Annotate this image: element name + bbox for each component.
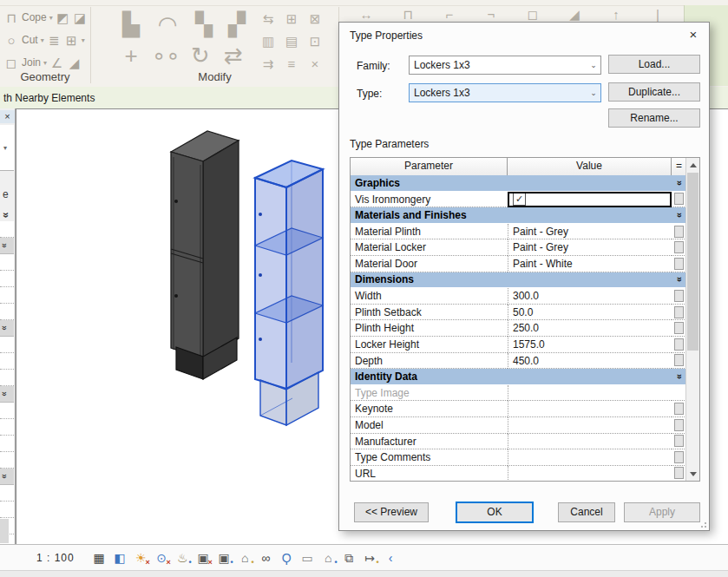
value-column-header[interactable]: Value	[508, 158, 672, 175]
parameter-group-row[interactable]: Identity Data«	[351, 369, 686, 385]
similar-icon[interactable]: ¬	[470, 7, 512, 22]
element-box-icon[interactable]: ⊞	[64, 34, 79, 47]
copy-icon[interactable]: ∘∘	[152, 42, 180, 69]
visual-style-icon[interactable]: ◧	[113, 550, 128, 566]
parameter-value-cell[interactable]: Paint - Grey	[508, 239, 672, 256]
cut-icon[interactable]: ○	[3, 34, 19, 47]
palette-group-row[interactable]: «	[0, 238, 14, 254]
palette-close-icon[interactable]: ×	[0, 110, 15, 123]
beam-cutback-icon[interactable]: ≣	[47, 34, 62, 47]
unpin-icon[interactable]: ⊡	[306, 33, 324, 50]
palette-scrollbar[interactable]	[0, 519, 9, 543]
parameter-value-cell[interactable]: Paint - White	[508, 256, 672, 272]
reveal-constraints-icon[interactable]: ↦•	[363, 550, 377, 566]
create-group-icon[interactable]: ⌐	[429, 7, 470, 22]
pin-icon[interactable]: ⊠	[306, 10, 324, 28]
cancel-button[interactable]: Cancel	[558, 502, 615, 522]
cut-geometry-icon[interactable]: ◩	[56, 11, 70, 24]
associate-parameter-button[interactable]	[674, 290, 684, 302]
properties-palette-edge[interactable]: × ▾ e « ««««	[0, 108, 16, 544]
palette-parameter-row[interactable]	[0, 502, 14, 518]
close-icon[interactable]: ×	[683, 26, 704, 43]
palette-parameter-row[interactable]	[0, 403, 14, 419]
parameter-value-cell[interactable]	[508, 449, 672, 466]
family-combobox[interactable]: Lockers 1x3 ⌄	[409, 56, 601, 75]
chevron-down-icon[interactable]: ▾	[43, 59, 47, 67]
palette-parameter-row[interactable]	[0, 436, 14, 452]
collapse-arrow-icon[interactable]: ‹	[384, 550, 398, 566]
preview-button[interactable]: << Preview	[354, 502, 429, 522]
locked-3d-view-icon[interactable]: ⌂•	[238, 550, 253, 566]
parameter-group-row[interactable]: Graphics«	[351, 175, 686, 192]
parameter-value-cell[interactable]	[508, 385, 672, 402]
reveal-constraints-box-icon[interactable]: ⧉	[342, 550, 357, 566]
split-element-icon[interactable]: ▚	[190, 10, 218, 38]
ok-button[interactable]: OK	[456, 502, 534, 523]
join-button-label[interactable]: Join	[22, 56, 41, 69]
rotate-icon[interactable]: ↻	[187, 42, 214, 69]
rename-button[interactable]: Rename...	[608, 108, 700, 128]
associate-parameter-button[interactable]	[674, 354, 684, 366]
palette-parameter-row[interactable]	[0, 337, 14, 353]
mode-arrow-icon[interactable]: ↑	[595, 7, 637, 22]
associate-parameter-button[interactable]	[674, 403, 684, 415]
type-selector-edge[interactable]: ▾	[0, 125, 14, 171]
temporary-hide-isolate-icon[interactable]: ∞	[259, 550, 273, 566]
solid-geometry-icon[interactable]: ◪	[73, 11, 88, 24]
parameter-value-cell[interactable]: 450.0	[508, 353, 672, 370]
chevron-down-icon[interactable]: ▾	[41, 36, 44, 44]
show-rendering-dialog-icon[interactable]: ♨•	[175, 550, 190, 566]
measure-icon[interactable]: ↔	[345, 7, 387, 22]
worksharing-display-icon[interactable]: ▭	[300, 550, 315, 566]
parameter-value-cell[interactable]	[508, 434, 672, 450]
divider-mark[interactable]: |	[637, 7, 679, 22]
join-icon[interactable]: ◻	[3, 56, 19, 69]
palette-parameter-row[interactable]	[0, 271, 14, 287]
parameter-value-cell[interactable]: Paint - Grey	[508, 224, 672, 240]
detail-level-icon[interactable]: ▦	[92, 550, 107, 566]
associate-parameter-button[interactable]	[674, 451, 684, 463]
palette-parameter-row[interactable]	[0, 221, 14, 238]
scroll-down-arrow[interactable]	[686, 467, 699, 481]
cope-button-label[interactable]: Cope	[22, 11, 47, 23]
mirror-axis-icon[interactable]: ⇆	[259, 10, 277, 28]
scrollbar-thumb[interactable]	[687, 173, 698, 351]
parameter-value-cell[interactable]: 50.0	[508, 305, 672, 321]
parameter-value-cell[interactable]: 300.0	[508, 288, 672, 305]
parameter-column-header[interactable]: Parameter	[351, 158, 508, 175]
associate-parameter-button[interactable]	[674, 322, 684, 334]
align-icon[interactable]: ▙	[117, 10, 145, 38]
associate-parameter-button[interactable]	[674, 241, 684, 253]
demolish-hammer-icon[interactable]: ◢	[67, 56, 82, 69]
palette-group-row[interactable]: «	[0, 320, 14, 337]
cope-icon[interactable]: ⊓	[3, 11, 19, 24]
collapse-chevron-icon[interactable]: «	[671, 371, 686, 382]
parameter-value-cell[interactable]	[508, 417, 672, 434]
trim-corner-icon[interactable]: ⇄	[220, 42, 247, 69]
palette-parameter-row[interactable]	[0, 353, 14, 370]
chevron-down-icon[interactable]: ⌄	[587, 61, 600, 69]
collapse-chevron-icon[interactable]: «	[671, 274, 686, 285]
show-crop-region-icon[interactable]: ▣•	[217, 550, 232, 566]
load-button[interactable]: Load...	[608, 55, 700, 74]
parameter-value-cell[interactable]: 1575.0	[508, 337, 672, 353]
split-with-gap-icon[interactable]: ▞	[223, 10, 251, 38]
locker-grey-model[interactable]	[171, 131, 239, 379]
type-combobox[interactable]: Lockers 1x3 ⌄	[409, 83, 601, 102]
cut-button-label[interactable]: Cut	[22, 34, 38, 46]
palette-group-row[interactable]: «	[0, 469, 14, 485]
palette-parameter-row[interactable]	[0, 287, 14, 304]
palette-parameter-row[interactable]	[0, 304, 14, 320]
array-icon[interactable]: ⊞	[283, 10, 300, 28]
displaced-elements-icon[interactable]: ⌂•	[321, 550, 336, 566]
parameter-group-row[interactable]: Dimensions«	[351, 272, 686, 289]
chevron-down-icon[interactable]: ▾	[49, 14, 53, 22]
palette-parameter-row[interactable]	[0, 254, 14, 271]
palette-parameter-row[interactable]	[0, 419, 14, 436]
collapse-chevron-icon[interactable]: «	[671, 210, 686, 220]
view-box-icon[interactable]: ◻	[512, 7, 554, 22]
palette-parameter-row[interactable]	[0, 485, 14, 502]
associate-parameter-button[interactable]	[674, 338, 684, 351]
associate-parameter-button[interactable]	[674, 435, 684, 447]
dimension-icon[interactable]: ⊓	[387, 7, 429, 22]
